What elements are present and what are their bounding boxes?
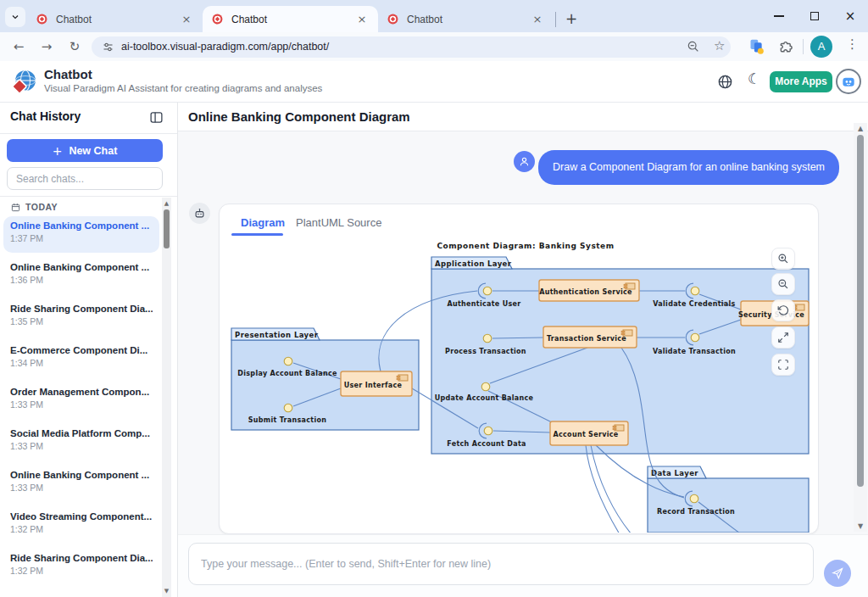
new-tab-button[interactable]: + [561,9,581,30]
chat-history-item[interactable]: E-Commerce Component Di...1:34 PM [3,341,159,377]
chat-item-time: 1:32 PM [10,524,153,534]
interface-circle [690,494,698,503]
browser-tab[interactable]: Chatbot× [378,6,554,32]
chat-history-item[interactable]: Ride Sharing Component Dia...1:32 PM [3,549,159,585]
chat-history-item[interactable]: Online Banking Component ...1:37 PM [3,216,159,253]
tab-diagram[interactable]: Diagram [241,216,285,229]
language-globe-icon[interactable] [717,74,733,90]
chat-history-item[interactable]: Online Banking Component ...1:36 PM [3,258,159,294]
reload-button[interactable]: ↻ [64,36,85,57]
interface-circle [284,357,292,365]
user-message-bubble: Draw a Component Diagram for an online b… [538,150,839,185]
browser-extension-action-icon[interactable] [748,37,765,55]
tab-separator [555,12,556,27]
back-button[interactable]: ← [8,36,29,57]
package-label: Data Layer [651,469,698,477]
scroll-down-icon[interactable]: ▼ [162,588,171,594]
chat-item-time: 1:33 PM [10,441,153,451]
dark-mode-moon-icon[interactable]: ☾ [748,70,760,87]
chat-scrollbar[interactable]: ▲ ▼ [854,123,867,532]
new-chat-label: New Chat [69,145,117,157]
maximize-icon [810,12,819,20]
zoom-fullscreen-button[interactable] [771,354,795,376]
minimize-button[interactable] [761,0,797,32]
url-text: ai-toolbox.visual-paradigm.com/app/chatb… [121,41,329,53]
chat-history-item[interactable]: Social Media Platform Comp...1:33 PM [3,424,159,460]
interface-label: Submit Transaction [248,416,327,424]
app-subtitle: Visual Paradigm AI Assistant for creatin… [44,83,322,93]
site-settings-icon[interactable] [102,41,114,53]
chat-item-title: Social Media Platform Comp... [10,428,153,438]
app-title: Chatbot [44,67,92,81]
chevron-down-icon [10,12,20,22]
active-tab-underline [231,233,283,236]
browser-menu-kebab-icon[interactable]: ⋮ [846,36,859,52]
zoom-fit-button[interactable] [771,326,795,349]
chat-history-item[interactable]: Order Management Compon...1:33 PM [3,382,159,419]
component-diagram-canvas[interactable]: Application LayerPresentation LayerData … [223,237,816,533]
browser-tab[interactable]: Chatbot× [203,6,378,32]
bookmark-star-icon[interactable]: ☆ [714,38,725,53]
chat-item-time: 1:33 PM [10,399,153,410]
conversation-titlebar: Online Banking Component Diagram [178,103,868,131]
chat-item-title: Online Banking Component ... [10,262,153,272]
zoom-out-button[interactable] [771,273,795,295]
extensions-puzzle-icon[interactable] [778,37,795,54]
app-header: Chatbot Visual Paradigm AI Assistant for… [0,61,868,103]
tab-title: Chatbot [231,14,354,25]
close-window-button[interactable]: × [832,0,868,32]
chat-item-title: Online Banking Component ... [10,220,153,231]
zoom-reset-button[interactable] [771,299,795,321]
chatbot-app-icon[interactable] [836,69,861,94]
sidebar-scrollbar[interactable]: ▲ ▼ [162,198,171,597]
interface-circle [284,404,292,412]
new-chat-button[interactable]: + New Chat [7,139,163,162]
profile-avatar[interactable]: A [810,36,832,58]
chat-item-time: 1:35 PM [10,316,153,326]
tab-plantuml-source[interactable]: PlantUML Source [296,216,381,229]
connector-line [586,445,620,533]
tab-close-icon[interactable]: × [530,12,545,27]
sidebar-title: Chat History [10,109,81,123]
address-bar[interactable]: ai-toolbox.visual-paradigm.com/app/chatb… [92,36,731,58]
chat-history-item[interactable]: Video Streaming Component...1:32 PM [3,507,159,544]
zoom-out-icon [777,278,789,290]
user-avatar [514,151,535,172]
visual-paradigm-logo [10,68,39,97]
maximize-button[interactable] [797,0,832,32]
tab-list-chevron-button[interactable] [5,7,25,27]
chat-item-title: Video Streaming Component... [10,511,153,522]
sidebar-scrollbar-thumb[interactable] [164,209,170,248]
interface-label: Authenticate User [448,300,521,308]
send-button[interactable] [824,560,851,587]
chat-history-item[interactable]: Online Banking Component ...1:33 PM [3,466,159,502]
zoom-in-button[interactable] [771,248,795,270]
message-input[interactable] [188,543,814,585]
zoom-indicator-icon[interactable] [687,40,700,53]
chat-item-title: Online Banking Component ... [10,470,153,480]
tab-close-icon[interactable]: × [179,12,194,27]
collapse-sidebar-icon[interactable] [149,110,164,125]
robot-icon [193,207,206,220]
tab-close-icon[interactable]: × [354,12,370,27]
assistant-avatar [189,203,210,224]
scroll-up-icon[interactable]: ▲ [854,125,867,132]
toolbar-divider [803,39,804,54]
search-chats-input[interactable] [7,167,163,190]
diagram-title: Component Diagram: Banking System [437,242,614,250]
more-apps-button[interactable]: More Apps [770,71,832,92]
user-icon [518,155,531,168]
tab-favicon [387,13,399,25]
send-paper-plane-icon [831,566,844,580]
forward-button[interactable]: → [36,36,57,57]
browser-tabs: Chatbot×Chatbot×Chatbot×+ [27,6,581,32]
plus-icon: + [53,144,63,158]
browser-tab[interactable]: Chatbot× [27,6,203,32]
scroll-down-icon[interactable]: ▼ [854,522,867,530]
interface-label: Validate Credentials [653,300,735,308]
chat-scrollbar-thumb[interactable] [857,135,864,487]
chat-history-item[interactable]: Ride Sharing Component Dia...1:35 PM [3,299,159,336]
scroll-up-icon[interactable]: ▲ [162,200,171,207]
chat-item-time: 1:34 PM [10,358,153,368]
package-label: Application Layer [435,259,512,268]
